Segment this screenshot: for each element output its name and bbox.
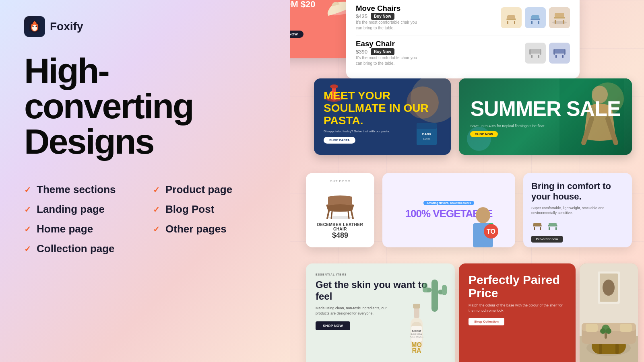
easy-chair-svg2 bbox=[551, 45, 568, 61]
chair-category: Out door bbox=[312, 179, 368, 183]
shoe-cta-text: SHOP NOW bbox=[290, 32, 298, 36]
summer-text-area: SUMMER SALE Save up to 40% for tropical … bbox=[462, 88, 628, 145]
hero-title: High-converting Designs bbox=[24, 53, 266, 159]
feature-landing-page: ✓ Landing page bbox=[24, 203, 137, 216]
check-icon-7: ✓ bbox=[153, 224, 160, 234]
easy-chair-buy[interactable]: Buy Now bbox=[371, 48, 394, 55]
check-icon-4: ✓ bbox=[24, 244, 31, 254]
pasta-cta-text: SHOP PASTA bbox=[329, 138, 350, 142]
easy-chair-row: Easy Chair $390 Buy Now It's the most co… bbox=[356, 35, 570, 70]
feature-label-3: Home page bbox=[37, 223, 93, 235]
svg-rect-13 bbox=[514, 21, 515, 24]
hero-line2: Designs bbox=[24, 121, 153, 161]
svg-rect-11 bbox=[507, 15, 515, 19]
svg-text:Radiate & Brighten: Radiate & Brighten bbox=[410, 336, 423, 338]
svg-line-49 bbox=[348, 212, 349, 218]
summer-cta[interactable]: SHOP NOW bbox=[470, 131, 497, 137]
svg-line-48 bbox=[331, 212, 332, 218]
brand-name: Foxify bbox=[50, 20, 83, 33]
move-chairs-info: Move Chairs $435 Buy Now It's the most c… bbox=[356, 4, 420, 31]
svg-rect-21 bbox=[555, 13, 564, 17]
svg-rect-57 bbox=[540, 227, 541, 230]
logo-area: Foxify bbox=[24, 16, 266, 37]
serum-desc: Made using clean, non-toxic ingredients,… bbox=[316, 306, 396, 317]
pasta-sub: Disappointed today? Solve that with our … bbox=[324, 130, 441, 133]
svg-text:RADIANT: RADIANT bbox=[412, 330, 421, 332]
move-chairs-buy[interactable]: Buy Now bbox=[371, 13, 394, 20]
svg-point-93 bbox=[600, 328, 606, 334]
room-svg bbox=[580, 263, 638, 362]
chair-beige-svg bbox=[503, 10, 519, 26]
chair-product-svg bbox=[316, 185, 364, 221]
svg-rect-23 bbox=[563, 20, 564, 24]
check-icon-5: ✓ bbox=[153, 185, 160, 195]
svg-rect-17 bbox=[538, 21, 539, 24]
easy-chair-price: $390 bbox=[356, 49, 367, 55]
easy-chair-img-2 bbox=[549, 43, 570, 64]
easy-chair-name: Easy Chair bbox=[356, 39, 420, 48]
shoe-cta[interactable]: SHOP NOW bbox=[290, 31, 303, 38]
svg-point-5 bbox=[33, 26, 34, 27]
chair-product-price: $489 bbox=[312, 231, 368, 240]
feature-collection-page: ✓ Collection page bbox=[24, 243, 137, 255]
veg-person: TO bbox=[459, 203, 507, 247]
svg-point-90 bbox=[603, 280, 615, 296]
easy-chair-info: Easy Chair $390 Buy Now It's the most co… bbox=[356, 39, 420, 66]
svg-rect-60 bbox=[549, 227, 550, 230]
easy-chair-img-1 bbox=[525, 43, 546, 64]
svg-rect-28 bbox=[529, 49, 531, 55]
svg-rect-82 bbox=[599, 344, 602, 354]
serum-cta[interactable]: SHOP NOW bbox=[316, 321, 350, 330]
move-chairs-desc: It's the most comfortable chair you can … bbox=[356, 20, 420, 31]
move-chair-img-1 bbox=[501, 7, 522, 28]
paired-title: Perfectly Paired Price bbox=[469, 273, 566, 300]
check-icon-6: ✓ bbox=[153, 205, 160, 214]
move-chair-img-3 bbox=[549, 7, 570, 28]
features-grid: ✓ Theme sections ✓ Landing page ✓ Home p… bbox=[24, 183, 266, 255]
move-chairs-name: Move Chairs bbox=[356, 4, 420, 13]
svg-rect-61 bbox=[555, 227, 557, 230]
svg-point-38 bbox=[330, 84, 338, 88]
comfort-banner: Bring in comfort to your house. Super co… bbox=[523, 173, 632, 247]
right-panel: SLIDES FROM $20 SHOP NOW Move Chairs $43… bbox=[290, 0, 644, 362]
svg-rect-12 bbox=[507, 21, 508, 24]
svg-rect-74 bbox=[423, 283, 427, 292]
pasta-text-area: MEET YOUR SOULMATE IN OUR PASTA. Disappo… bbox=[324, 90, 441, 143]
svg-text:BLEND SERUM: BLEND SERUM bbox=[411, 333, 423, 335]
pasta-cta[interactable]: SHOP PASTA bbox=[324, 137, 355, 144]
svg-point-94 bbox=[606, 328, 611, 334]
svg-rect-56 bbox=[534, 227, 535, 230]
svg-rect-26 bbox=[531, 55, 533, 58]
logo-icon bbox=[24, 16, 45, 37]
shoe-price-text: FROM $20 bbox=[290, 0, 316, 9]
summer-cta-text: SHOP NOW bbox=[475, 132, 493, 136]
svg-rect-31 bbox=[554, 49, 565, 53]
paired-cta[interactable]: Shop Collection bbox=[469, 318, 504, 325]
foxify-logo-svg bbox=[27, 19, 43, 35]
feature-label-2: Landing page bbox=[37, 203, 105, 216]
feature-product-page: ✓ Product page bbox=[153, 183, 266, 196]
veg-banner: Amazing flavors, beautiful colors 100% V… bbox=[382, 173, 515, 247]
pasta-tagline: MEET YOUR SOULMATE IN OUR PASTA. bbox=[324, 90, 441, 127]
svg-point-19 bbox=[552, 21, 567, 24]
veg-person-svg: TO bbox=[459, 203, 507, 247]
features-col1: ✓ Theme sections ✓ Landing page ✓ Home p… bbox=[24, 183, 137, 255]
svg-point-50 bbox=[476, 207, 490, 223]
svg-rect-87 bbox=[620, 324, 632, 332]
summer-banner: SUMMER SALE Save up to 40% for tropical … bbox=[459, 78, 632, 155]
comfort-icon-2 bbox=[547, 220, 559, 232]
cactus-svg bbox=[419, 267, 451, 316]
move-chairs-price: $435 bbox=[356, 13, 367, 19]
svg-rect-35 bbox=[564, 49, 566, 55]
svg-rect-76 bbox=[442, 285, 447, 295]
features-col2: ✓ Product page ✓ Blog Post ✓ Other pages bbox=[153, 183, 266, 255]
easy-chair-imgs bbox=[525, 43, 570, 64]
feature-label-5: Product page bbox=[165, 183, 232, 196]
svg-rect-15 bbox=[531, 15, 539, 19]
chair-product-name: DECEMBER LEATHER CHAIR bbox=[312, 222, 368, 231]
move-chairs-price-row: $435 Buy Now bbox=[356, 13, 420, 20]
svg-rect-32 bbox=[555, 55, 557, 58]
comfort-cta[interactable]: Pre-order now bbox=[531, 236, 563, 243]
move-chair-photo-svg bbox=[549, 7, 570, 28]
svg-point-4 bbox=[32, 25, 37, 31]
